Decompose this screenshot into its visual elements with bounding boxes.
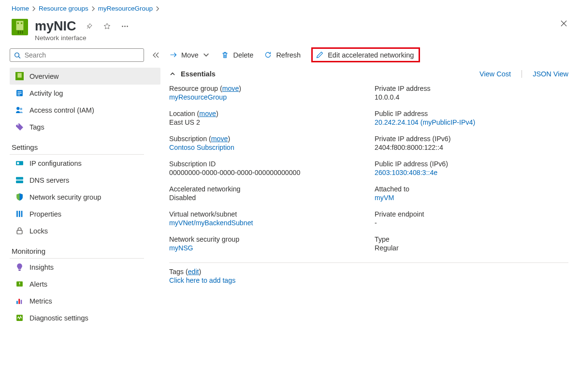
svg-rect-12 [17,73,22,78]
separator [169,262,568,263]
view-cost-link[interactable]: View Cost [479,70,511,78]
svg-rect-28 [18,270,20,271]
label-vnet-subnet: Virtual network/subnet [169,210,363,218]
chevron-right-icon [31,6,37,12]
value-subscription[interactable]: Contoso Subscription [169,144,234,151]
svg-rect-26 [21,211,23,217]
label-resource-group: Resource group [169,85,218,92]
alerts-icon [15,280,24,288]
network-interface-icon [12,19,28,35]
chevron-up-icon[interactable] [169,71,176,77]
value-type: Regular [375,244,568,252]
svg-point-9 [127,26,128,27]
crumb-resource-groups[interactable]: Resource groups [39,5,88,12]
search-icon [14,52,21,59]
sidebar-item-insights[interactable]: Insights [10,259,160,276]
svg-rect-14 [17,91,22,92]
add-tags-link[interactable]: Click here to add tags [169,276,235,284]
edit-icon [316,51,324,59]
sidebar-item-label: Activity log [29,89,63,97]
svg-rect-6 [21,22,22,24]
access-control-icon [15,106,24,114]
sidebar-item-label: Access control (IAM) [29,106,94,114]
sidebar-item-tags[interactable]: Tags [10,118,160,135]
collapse-sidebar-button[interactable] [151,50,160,60]
ip-config-icon [15,159,24,167]
sidebar-item-overview[interactable]: Overview [10,68,160,85]
more-button[interactable] [120,21,130,31]
sidebar-item-label: Locks [29,227,48,235]
label-accelerated-networking: Accelerated networking [169,185,363,193]
value-resource-group[interactable]: myResourceGroup [169,93,227,101]
close-button[interactable] [559,19,568,28]
sidebar-item-metrics[interactable]: Metrics [10,292,160,309]
search-input[interactable] [25,51,140,59]
favorite-button[interactable] [102,21,112,31]
value-subscription-id: 00000000-0000-0000-0000-000000000000 [169,169,363,176]
sidebar-item-nsg[interactable]: Network security group [10,189,160,205]
refresh-icon [264,51,272,59]
svg-point-10 [15,53,19,57]
sidebar-item-activity-log[interactable]: Activity log [10,85,160,102]
refresh-button[interactable]: Refresh [264,51,301,59]
separator [522,70,522,78]
essentials-title: Essentials [181,70,216,78]
svg-point-18 [20,108,22,110]
sidebar-item-label: Overview [29,73,58,80]
edit-tags-link[interactable]: edit [188,268,199,276]
svg-point-8 [124,26,125,27]
value-nsg[interactable]: myNSG [169,244,193,252]
svg-rect-15 [17,93,22,94]
diagnostic-icon [15,314,24,322]
move-button[interactable]: Move [169,51,210,59]
svg-point-7 [122,26,123,27]
value-private-ip-v6: 2404:f800:8000:122::4 [375,144,568,151]
svg-rect-32 [21,300,22,304]
search-input-wrap[interactable] [10,48,144,62]
breadcrumb: Home Resource groups myResourceGroup [0,0,580,12]
svg-rect-4 [22,30,23,33]
pin-button[interactable] [84,21,94,31]
label-private-endpoint: Private endpoint [375,210,568,218]
page-subtitle: Network interface [35,34,559,42]
move-loc-link[interactable]: move [199,110,216,117]
sidebar-item-alerts[interactable]: Alerts [10,276,160,292]
arrow-right-icon [169,51,177,59]
svg-rect-27 [17,230,22,233]
sidebar-item-label: Diagnostic settings [29,314,88,322]
sidebar-item-ip-configurations[interactable]: IP configurations [10,155,160,172]
value-accelerated-networking: Disabled [169,194,363,202]
svg-rect-25 [19,211,20,217]
sidebar-item-locks[interactable]: Locks [10,222,160,239]
sidebar-item-label: Tags [29,123,44,131]
shield-icon [15,193,24,201]
label-nsg: Network security group [169,235,363,243]
move-sub-link[interactable]: move [211,135,228,143]
move-rg-link[interactable]: move [222,85,239,92]
label-subscription-id: Subscription ID [169,160,363,168]
sidebar-item-properties[interactable]: Properties [10,205,160,222]
lock-icon [15,227,24,235]
svg-rect-30 [16,301,18,304]
edit-accelerated-networking-button[interactable]: Edit accelerated networking [316,51,414,59]
value-public-ip[interactable]: 20.242.24.104 (myPublicIP-IPv4) [375,118,475,126]
sidebar-item-label: Network security group [29,193,101,201]
value-private-endpoint: - [375,219,568,227]
crumb-home[interactable]: Home [12,5,29,12]
chevron-right-icon [155,6,160,12]
value-attached-to[interactable]: myVM [375,194,394,202]
value-vnet-subnet[interactable]: myVNet/myBackendSubnet [169,219,253,227]
sidebar-item-diagnostic-settings[interactable]: Diagnostic settings [10,309,160,326]
svg-point-19 [17,124,19,126]
sidebar-item-access-control[interactable]: Access control (IAM) [10,102,160,118]
value-public-ip-v6[interactable]: 2603:1030:408:3::4e [375,169,437,176]
overview-icon [15,72,24,80]
crumb-my-resource-group[interactable]: myResourceGroup [98,5,153,12]
sidebar-item-dns-servers[interactable]: DNS servers [10,172,160,189]
delete-button[interactable]: Delete [221,51,253,59]
chevron-down-icon [202,51,210,59]
svg-rect-24 [16,211,18,217]
json-view-link[interactable]: JSON View [533,70,568,78]
sidebar-item-label: DNS servers [29,176,69,184]
toolbar: Move Delete Refresh Edit accelerated net… [169,44,568,70]
